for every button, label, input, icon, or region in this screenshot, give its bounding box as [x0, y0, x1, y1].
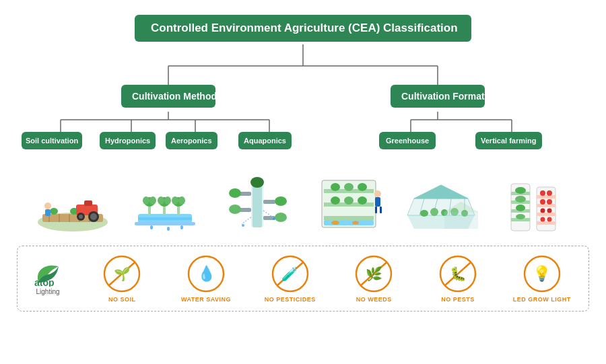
svg-marker-84 — [414, 185, 468, 198]
svg-point-68 — [331, 183, 340, 191]
bottom-section: atop Lighting 🌱 NO SOIL 💧 WA — [17, 246, 589, 312]
cultivation-format-box: Cultivation Format — [391, 85, 485, 108]
svg-point-58 — [275, 196, 287, 206]
atop-logo-icon: atop — [33, 262, 63, 287]
badge-led-grow-light: 💡 LED GROW LIGHT — [502, 254, 582, 303]
svg-point-114 — [540, 208, 545, 213]
illus-greenhouse — [395, 178, 487, 235]
svg-point-75 — [331, 221, 339, 225]
svg-point-69 — [344, 183, 354, 191]
svg-point-42 — [164, 196, 171, 205]
badge-no-pesticides: 🧪 NO PESTICIDES — [250, 254, 330, 303]
svg-rect-34 — [138, 217, 192, 220]
svg-point-76 — [352, 221, 359, 224]
svg-point-62 — [273, 217, 275, 220]
svg-point-38 — [149, 196, 156, 205]
illustrations-row — [7, 175, 599, 239]
badge-no-soil: 🌱 NO SOIL — [82, 254, 162, 303]
svg-point-50 — [180, 225, 183, 229]
svg-rect-108 — [537, 213, 556, 216]
svg-point-117 — [547, 217, 551, 221]
badge-label-no-soil: NO SOIL — [108, 296, 136, 303]
svg-rect-80 — [375, 207, 377, 213]
svg-point-49 — [167, 227, 170, 231]
svg-rect-54 — [263, 200, 275, 204]
svg-point-101 — [515, 187, 526, 194]
svg-point-41 — [158, 196, 164, 205]
svg-point-73 — [358, 196, 367, 205]
svg-point-70 — [358, 183, 367, 191]
main-container: Controlled Environment Agriculture (CEA)… — [0, 0, 606, 364]
atop-logo: atop Lighting — [24, 262, 71, 295]
svg-rect-52 — [252, 184, 262, 227]
svg-rect-78 — [375, 197, 380, 207]
badge-label-pesticides: NO PESTICIDES — [265, 296, 316, 303]
svg-rect-81 — [380, 207, 382, 213]
svg-point-28 — [79, 215, 83, 219]
svg-rect-29 — [84, 201, 92, 206]
svg-rect-107 — [537, 204, 556, 207]
svg-point-111 — [547, 190, 552, 196]
svg-point-116 — [540, 217, 545, 221]
svg-point-71 — [331, 196, 340, 205]
svg-point-103 — [516, 205, 525, 211]
badge-no-pests: 🐛 NO PESTS — [418, 254, 498, 303]
leaf-hydro: Hydroponics — [100, 132, 156, 149]
illus-aero — [211, 177, 303, 238]
svg-point-113 — [547, 199, 552, 205]
illus-vertical — [487, 177, 579, 238]
svg-point-59 — [229, 205, 241, 214]
svg-rect-67 — [324, 216, 374, 220]
svg-rect-31 — [45, 209, 50, 216]
cultivation-method-box: Cultivation Method — [121, 85, 215, 108]
svg-point-61 — [242, 224, 244, 227]
svg-point-102 — [515, 196, 526, 203]
illus-soil — [27, 180, 119, 234]
leaf-aqua: Aquaponics — [238, 132, 292, 149]
leaf-greenhouse: Greenhouse — [379, 132, 436, 149]
svg-point-57 — [229, 188, 241, 198]
svg-point-48 — [150, 225, 153, 229]
svg-point-104 — [516, 214, 525, 219]
illus-hydro — [119, 180, 211, 234]
svg-point-112 — [540, 199, 545, 205]
badge-label-water: WATER SAVING — [181, 296, 231, 303]
badge-label-weeds: NO WEEDS — [356, 296, 392, 303]
badge-label-pests: NO PESTS — [441, 296, 475, 303]
badge-label-led: LED GROW LIGHT — [513, 296, 571, 303]
svg-point-45 — [172, 196, 178, 205]
logo-subtitle: Lighting — [36, 288, 59, 295]
badge-water-saving: 💧 WATER SAVING — [166, 254, 246, 303]
svg-point-89 — [420, 210, 428, 217]
svg-marker-94 — [444, 212, 478, 229]
svg-point-110 — [540, 190, 545, 196]
svg-point-115 — [547, 208, 551, 213]
leaf-soil: Soil cultivation — [22, 132, 82, 149]
illus-aqua — [303, 177, 395, 238]
leaf-vertical: Vertical farming — [475, 132, 542, 149]
tree-wrapper: Controlled Environment Agriculture (CEA)… — [7, 12, 599, 174]
svg-point-46 — [178, 196, 185, 205]
svg-rect-109 — [537, 221, 556, 225]
badge-no-weeds: 🌿 NO WEEDS — [334, 254, 414, 303]
svg-point-37 — [143, 196, 149, 205]
svg-point-72 — [344, 196, 354, 205]
svg-text:atop: atop — [34, 277, 55, 287]
svg-rect-106 — [537, 195, 556, 198]
svg-point-60 — [275, 213, 287, 222]
svg-point-27 — [90, 213, 97, 220]
svg-point-63 — [250, 177, 264, 188]
svg-point-90 — [430, 208, 438, 216]
root-box: Controlled Environment Agriculture (CEA)… — [135, 15, 471, 42]
svg-rect-47 — [135, 222, 195, 225]
leaf-aero: Aeroponics — [166, 132, 217, 149]
svg-point-21 — [50, 208, 58, 215]
